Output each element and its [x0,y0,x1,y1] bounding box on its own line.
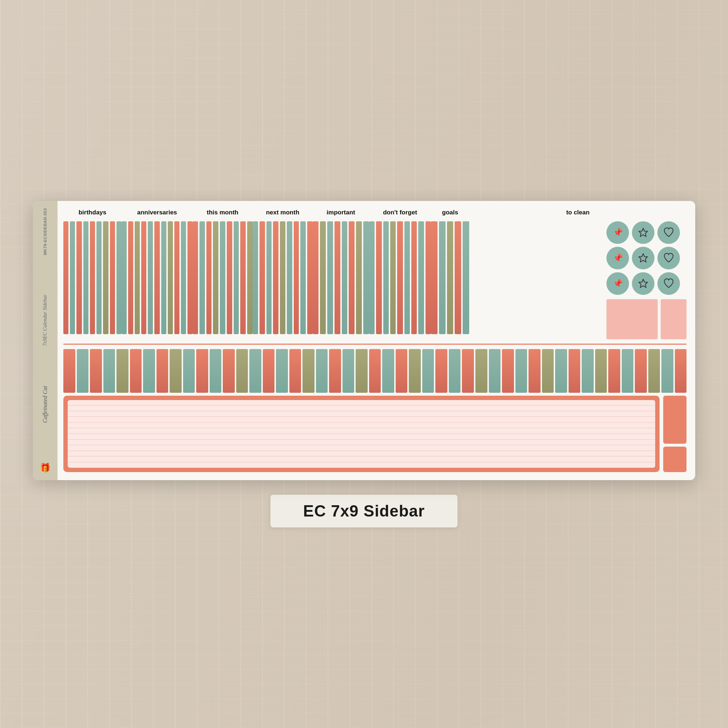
icon-row-3: 📌 [606,272,687,295]
pin-icon-3: 📌 [606,272,629,295]
heart-icon-2 [658,247,680,269]
svg-marker-0 [639,228,648,237]
side-blocks [663,396,687,472]
spine-name: 7x9EC Calendar Sidebar [42,294,48,346]
icon-row-2: 📌 [606,247,687,269]
right-side-area: 📌 📌 [606,221,687,339]
heart-icon-3 [658,272,680,295]
bottom-title-area: EC 7x9 Sidebar [271,495,457,528]
divider [63,344,687,345]
label-next-month: next month [252,209,313,216]
col-this-month [193,221,252,334]
side-block-1 [663,396,687,444]
lined-inner [68,400,655,468]
upper-stripe-area: 📌 📌 [63,221,687,339]
spine-icon: 🎁 [40,463,50,473]
stripe-columns-main [63,221,602,334]
heart-icon-1 [658,221,680,244]
label-important: important [313,209,369,216]
side-block-2 [663,447,687,472]
sheet-body: birthdays anniversaries this month next … [58,201,695,480]
col-dont-forget [369,221,431,334]
label-dont-forget: don't forget [369,209,431,216]
star-icon-1 [632,221,655,244]
col-anniversaries [122,221,193,334]
spine-brand: Caffeinated Cat [42,386,48,423]
svg-marker-2 [639,279,648,288]
bottom-sticker-row [63,396,687,472]
spine: MK79-ECSIDEBAR-053 7x9EC Calendar Sideba… [33,201,58,480]
label-goals: goals [431,209,469,216]
svg-marker-1 [639,254,648,262]
icon-row-1: 📌 [606,221,687,244]
label-to-clean: to clean [469,209,687,216]
star-icon-2 [632,247,655,269]
bottom-title-text: EC 7x9 Sidebar [303,502,425,520]
label-anniversaries: anniversaries [122,209,193,216]
spine-code: MK79-ECSIDEBAR-053 [43,208,47,255]
icon-circles-grid: 📌 📌 [606,221,687,295]
pink-blocks [606,299,687,339]
header-labels-row: birthdays anniversaries this month next … [63,209,687,219]
pin-icon-1: 📌 [606,221,629,244]
page-wrapper: MK79-ECSIDEBAR-053 7x9EC Calendar Sideba… [33,201,695,528]
label-birthdays: birthdays [63,209,122,216]
large-lined-sticker [63,396,659,472]
pin-icon-2: 📌 [606,247,629,269]
col-next-month [252,221,313,334]
col-goals [431,221,469,334]
col-important [313,221,369,334]
pink-block-small [661,299,687,339]
col-birthdays [63,221,122,334]
lower-stripe-row [63,349,687,393]
sticker-sheet: MK79-ECSIDEBAR-053 7x9EC Calendar Sideba… [33,201,695,480]
pink-block-large [606,299,658,339]
star-icon-3 [632,272,655,295]
label-this-month: this month [193,209,252,216]
